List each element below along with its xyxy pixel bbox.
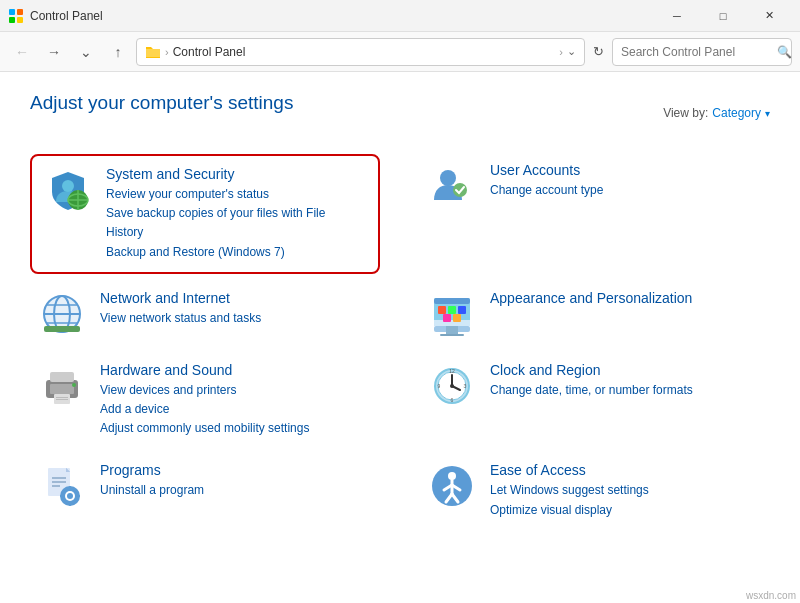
system-security-title[interactable]: System and Security	[106, 166, 366, 182]
network-icon	[38, 290, 86, 338]
programs-icon	[38, 462, 86, 510]
titlebar-title: Control Panel	[30, 9, 654, 23]
svg-text:3: 3	[464, 383, 467, 389]
system-security-link-2[interactable]: Backup and Restore (Windows 7)	[106, 243, 366, 262]
back-button[interactable]: ←	[8, 38, 36, 66]
category-ease-access[interactable]: Ease of Access Let Windows suggest setti…	[420, 454, 770, 527]
system-security-content: System and Security Review your computer…	[106, 166, 366, 262]
svg-rect-31	[50, 372, 74, 382]
up-button[interactable]: ↑	[104, 38, 132, 66]
close-button[interactable]: ✕	[746, 0, 792, 32]
svg-rect-26	[458, 306, 466, 314]
address-path: Control Panel	[173, 45, 556, 59]
svg-rect-1	[17, 9, 23, 15]
hardware-link-2[interactable]: Adjust commonly used mobility settings	[100, 419, 372, 438]
system-security-icon	[44, 166, 92, 214]
view-by-value[interactable]: Category	[712, 106, 761, 120]
ease-access-title[interactable]: Ease of Access	[490, 462, 762, 478]
network-link-0[interactable]: View network status and tasks	[100, 309, 372, 328]
hardware-title[interactable]: Hardware and Sound	[100, 362, 372, 378]
category-user-accounts[interactable]: User Accounts Change account type	[420, 154, 770, 274]
hardware-link-1[interactable]: Add a device	[100, 400, 372, 419]
folder-icon	[145, 44, 161, 60]
svg-rect-3	[17, 17, 23, 23]
svg-rect-56	[76, 495, 80, 497]
hardware-content: Hardware and Sound View devices and prin…	[100, 362, 372, 439]
category-hardware-sound[interactable]: Hardware and Sound View devices and prin…	[30, 354, 380, 447]
hardware-icon	[38, 362, 86, 410]
view-by-label: View by:	[663, 106, 708, 120]
svg-rect-2	[9, 17, 15, 23]
user-accounts-title[interactable]: User Accounts	[490, 162, 762, 178]
svg-rect-22	[446, 326, 458, 334]
svg-rect-33	[56, 397, 68, 398]
recent-button[interactable]: ⌄	[72, 38, 100, 66]
view-by-chevron-icon[interactable]: ▾	[765, 108, 770, 119]
ease-access-link-0[interactable]: Let Windows suggest settings	[490, 481, 762, 500]
hardware-link-0[interactable]: View devices and printers	[100, 381, 372, 400]
refresh-button[interactable]: ↻	[589, 44, 608, 59]
clock-content: Clock and Region Change date, time, or n…	[490, 362, 762, 400]
ease-access-link-1[interactable]: Optimize visual display	[490, 501, 762, 520]
svg-rect-27	[443, 314, 451, 322]
address-end-separator: ›	[559, 46, 563, 58]
network-title[interactable]: Network and Internet	[100, 290, 372, 306]
category-programs[interactable]: Programs Uninstall a program	[30, 454, 380, 527]
appearance-icon	[428, 290, 476, 338]
svg-rect-54	[69, 502, 71, 506]
programs-title[interactable]: Programs	[100, 462, 372, 478]
svg-rect-55	[60, 495, 64, 497]
user-accounts-content: User Accounts Change account type	[490, 162, 762, 200]
svg-rect-0	[9, 9, 15, 15]
svg-rect-20	[434, 320, 470, 326]
svg-text:12: 12	[449, 368, 455, 374]
appearance-content: Appearance and Personalization	[490, 290, 762, 309]
address-dropdown[interactable]: ⌄	[567, 45, 576, 58]
addressbar: ← → ⌄ ↑ › Control Panel › ⌄ ↻ 🔍	[0, 32, 800, 72]
svg-rect-19	[434, 298, 470, 304]
appearance-title[interactable]: Appearance and Personalization	[490, 290, 762, 306]
app-icon	[8, 8, 24, 24]
svg-point-35	[72, 383, 76, 387]
main-content: Adjust your computer's settings View by:…	[0, 72, 800, 603]
category-network-internet[interactable]: Network and Internet View network status…	[30, 282, 380, 346]
svg-point-52	[67, 493, 73, 499]
search-box[interactable]: 🔍	[612, 38, 792, 66]
svg-point-41	[450, 384, 454, 388]
search-icon: 🔍	[777, 45, 792, 59]
ease-access-content: Ease of Access Let Windows suggest setti…	[490, 462, 762, 519]
svg-rect-53	[69, 486, 71, 490]
system-security-link-1[interactable]: Save backup copies of your files with Fi…	[106, 204, 366, 242]
user-accounts-icon	[428, 162, 476, 210]
address-separator: ›	[165, 46, 169, 58]
category-system-security[interactable]: System and Security Review your computer…	[30, 154, 380, 274]
user-accounts-link-0[interactable]: Change account type	[490, 181, 762, 200]
address-bar[interactable]: › Control Panel › ⌄	[136, 38, 585, 66]
titlebar-controls: ─ □ ✕	[654, 0, 792, 32]
minimize-button[interactable]: ─	[654, 0, 700, 32]
clock-title[interactable]: Clock and Region	[490, 362, 762, 378]
ease-access-icon	[428, 462, 476, 510]
svg-rect-30	[50, 384, 74, 394]
svg-rect-23	[440, 334, 464, 336]
svg-point-9	[440, 170, 456, 186]
svg-rect-28	[453, 314, 461, 322]
system-security-link-0[interactable]: Review your computer's status	[106, 185, 366, 204]
maximize-button[interactable]: □	[700, 0, 746, 32]
clock-link-0[interactable]: Change date, time, or number formats	[490, 381, 762, 400]
svg-rect-25	[448, 306, 456, 314]
svg-point-4	[62, 180, 74, 192]
programs-link-0[interactable]: Uninstall a program	[100, 481, 372, 500]
forward-button[interactable]: →	[40, 38, 68, 66]
search-input[interactable]	[621, 45, 771, 59]
category-clock-region[interactable]: 12 3 6 9 Clock and Region Change date, t…	[420, 354, 770, 447]
svg-rect-17	[44, 326, 80, 332]
clock-icon: 12 3 6 9	[428, 362, 476, 410]
svg-text:6: 6	[451, 397, 454, 403]
category-appearance[interactable]: Appearance and Personalization	[420, 282, 770, 346]
watermark: wsxdn.com	[746, 590, 796, 601]
svg-rect-34	[56, 399, 68, 400]
titlebar: Control Panel ─ □ ✕	[0, 0, 800, 32]
network-content: Network and Internet View network status…	[100, 290, 372, 328]
svg-rect-24	[438, 306, 446, 314]
